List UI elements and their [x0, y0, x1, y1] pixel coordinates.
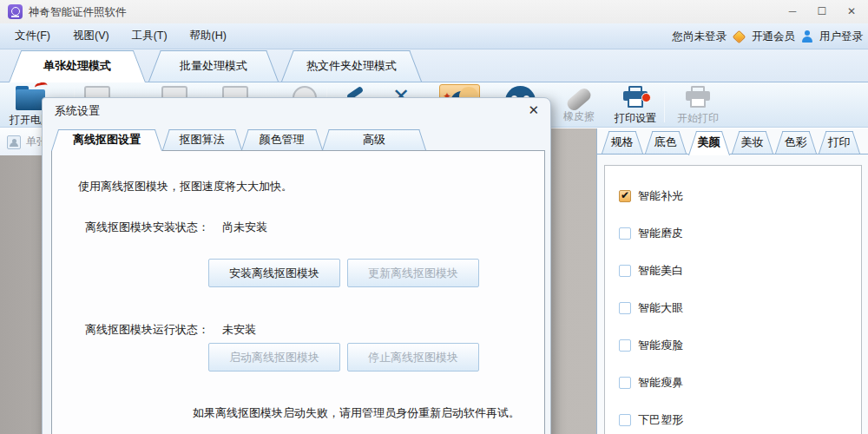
eraser-button[interactable]: 橡皮擦 [557, 84, 601, 124]
titlebar: 神奇智能证件照软件 ─ ☐ ✕ [0, 0, 868, 23]
beauty-checkbox[interactable] [619, 339, 631, 352]
print-settings-button[interactable]: 打印设置 [611, 84, 660, 126]
toolbar-separator [664, 86, 665, 122]
menubar: 文件(F) 视图(V) 工具(T) 帮助(H) 您尚未登录 开通会员 用户登录 [0, 23, 868, 49]
vip-gem-icon [733, 30, 746, 43]
dialog-content-box: 使用离线抠图模块，抠图速度将大大加快。 离线抠图模块安装状态：尚未安装 安装离线… [51, 150, 545, 434]
beauty-checkbox[interactable] [619, 414, 631, 426]
beauty-option-row[interactable]: 智能大眼 [619, 300, 861, 315]
beauty-options-box: 智能补光 智能磨皮 智能美白 智能大眼 智能瘦脸 智能瘦鼻 [604, 165, 862, 434]
beauty-checkbox[interactable] [619, 190, 631, 202]
tab-color[interactable]: 色彩 [775, 131, 816, 154]
start-module-button[interactable]: 启动离线抠图模块 [208, 343, 340, 372]
user-login-link[interactable]: 用户登录 [819, 30, 863, 44]
dialog-title: 系统设置 [55, 103, 100, 119]
tab-print[interactable]: 打印 [819, 131, 859, 154]
folder-icon [16, 89, 45, 110]
portrait-thumb-icon [7, 135, 21, 149]
update-module-button[interactable]: 更新离线抠图模块 [347, 259, 479, 287]
run-status-line: 离线抠图模块运行状态：未安装 [85, 322, 256, 338]
maximize-button[interactable]: ☐ [807, 0, 837, 23]
install-module-button[interactable]: 安装离线抠图模块 [208, 259, 340, 287]
close-button[interactable]: ✕ [837, 0, 866, 23]
stop-module-button[interactable]: 停止离线抠图模块 [347, 343, 479, 372]
tab-background-color[interactable]: 底色 [645, 131, 686, 154]
run-status-value: 未安装 [222, 323, 256, 336]
tab-color-management[interactable]: 颜色管理 [241, 129, 322, 150]
system-settings-dialog: 系统设置 ✕ 离线抠图设置 抠图算法 颜色管理 高级 使用离线抠图模块，抠图速度… [42, 97, 551, 434]
install-status-line: 离线抠图模块安装状态：尚未安装 [85, 220, 267, 235]
red-badge-icon [641, 93, 651, 102]
tab-makeup[interactable]: 美妆 [732, 131, 773, 154]
tab-advanced[interactable]: 高级 [322, 129, 426, 150]
dialog-close-icon[interactable]: ✕ [528, 102, 539, 118]
beauty-option-row[interactable]: 智能瘦鼻 [619, 375, 861, 390]
beauty-checkbox[interactable] [619, 227, 631, 240]
menu-tools[interactable]: 工具(T) [121, 23, 179, 49]
printer-settings-icon [623, 86, 648, 108]
beauty-checkbox[interactable] [619, 302, 631, 314]
mode-tab-bar: 单张处理模式 批量处理模式 热文件夹处理模式 [0, 49, 868, 82]
adjust-panel: 规格 底色 美颜 美妆 色彩 打印 智能补光 智能磨皮 智能美白 智能大眼 [596, 128, 868, 434]
beauty-option-row[interactable]: 下巴塑形 [619, 412, 861, 427]
install-status-value: 尚未安装 [222, 220, 267, 233]
tab-spec[interactable]: 规格 [602, 131, 642, 154]
tab-batch-mode[interactable]: 批量处理模式 [148, 50, 279, 82]
beauty-checkbox[interactable] [619, 265, 631, 277]
start-print-button[interactable]: 开始打印 [674, 84, 722, 126]
beauty-option-row[interactable]: 智能磨皮 [619, 226, 861, 240]
app-window: 神奇智能证件照软件 ─ ☐ ✕ 文件(F) 视图(V) 工具(T) 帮助(H) … [0, 0, 868, 434]
beauty-option-row[interactable]: 智能补光 [619, 188, 861, 203]
tab-hotfolder-mode[interactable]: 热文件夹处理模式 [281, 50, 422, 82]
menu-view[interactable]: 视图(V) [62, 23, 121, 49]
minimize-button[interactable]: ─ [778, 0, 807, 23]
menu-help[interactable]: 帮助(H) [179, 23, 238, 49]
beauty-checkbox[interactable] [619, 377, 631, 389]
menu-file[interactable]: 文件(F) [3, 23, 62, 49]
beauty-option-row[interactable]: 智能美白 [619, 263, 861, 278]
open-vip-link[interactable]: 开通会员 [752, 30, 795, 44]
tab-beauty[interactable]: 美颜 [688, 131, 729, 154]
intro-text: 使用离线抠图模块，抠图速度将大大加快。 [78, 179, 293, 194]
app-logo-icon [8, 4, 23, 19]
window-title: 神奇智能证件照软件 [29, 5, 127, 20]
printer-icon [686, 86, 710, 108]
beauty-option-row[interactable]: 智能瘦脸 [619, 338, 861, 352]
tab-offline-matting[interactable]: 离线抠图设置 [51, 129, 162, 150]
login-status-text: 您尚未登录 [673, 30, 727, 44]
user-icon [801, 30, 813, 43]
hint-text: 如果离线抠图模块启动失败，请用管理员身份重新启动软件再试。 [193, 405, 520, 421]
tab-matting-algorithm[interactable]: 抠图算法 [162, 129, 241, 150]
tab-single-mode[interactable]: 单张处理模式 [9, 50, 146, 82]
